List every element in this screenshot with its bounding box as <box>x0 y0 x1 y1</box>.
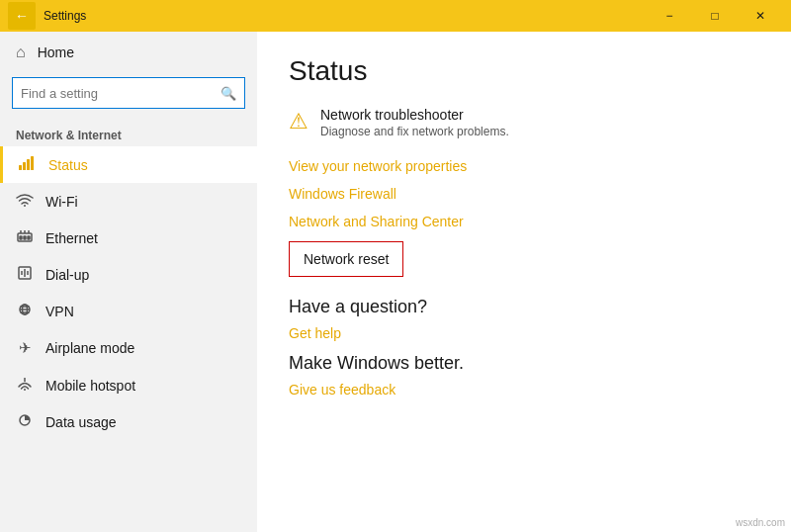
windows-firewall-link[interactable]: Windows Firewall <box>289 186 759 202</box>
network-reset-box[interactable]: Network reset <box>289 241 403 277</box>
sidebar-item-label: VPN <box>45 304 74 319</box>
search-icon[interactable]: 🔍 <box>220 86 236 101</box>
search-input[interactable] <box>21 86 220 101</box>
sidebar-item-label: Dial-up <box>45 267 89 283</box>
sharing-center-link[interactable]: Network and Sharing Center <box>289 214 759 229</box>
warning-icon: ⚠ <box>289 109 308 134</box>
content-area: Status ⚠ Network troubleshooter Diagnose… <box>257 32 791 532</box>
dialup-icon <box>16 266 34 283</box>
sidebar: ⌂ Home 🔍 Network & Internet Status <box>0 32 257 532</box>
make-windows-better-heading: Make Windows better. <box>289 353 759 374</box>
sidebar-item-label: Wi-Fi <box>45 194 78 210</box>
svg-rect-1 <box>23 162 26 170</box>
sidebar-item-label: Mobile hotspot <box>45 378 135 394</box>
get-help-link[interactable]: Get help <box>289 325 759 341</box>
status-icon <box>19 156 37 173</box>
window-controls: − □ ✕ <box>647 0 783 32</box>
troubleshooter-title: Network troubleshooter <box>320 107 509 123</box>
sidebar-item-hotspot[interactable]: Mobile hotspot <box>0 367 257 403</box>
watermark: wsxdn.com <box>736 517 785 528</box>
network-reset-label: Network reset <box>304 251 389 267</box>
app-body: ⌂ Home 🔍 Network & Internet Status <box>0 32 791 532</box>
svg-point-21 <box>24 389 26 391</box>
svg-rect-11 <box>28 236 30 239</box>
svg-rect-3 <box>31 156 34 170</box>
have-question-heading: Have a question? <box>289 297 759 317</box>
sidebar-item-label: Airplane mode <box>45 340 134 356</box>
hotspot-icon <box>16 377 34 394</box>
svg-rect-9 <box>20 236 22 239</box>
home-icon: ⌂ <box>16 44 26 61</box>
sidebar-item-label: Data usage <box>45 414 117 430</box>
troubleshooter-subtitle: Diagnose and fix network problems. <box>320 125 509 138</box>
search-box[interactable]: 🔍 <box>12 77 245 109</box>
svg-rect-10 <box>24 236 26 239</box>
minimize-button[interactable]: − <box>647 0 692 32</box>
restore-button[interactable]: □ <box>692 0 738 32</box>
datausage-icon <box>16 413 34 430</box>
page-title: Status <box>289 55 759 87</box>
svg-rect-0 <box>19 165 22 170</box>
sidebar-item-wifi[interactable]: Wi-Fi <box>0 183 257 220</box>
troubleshooter-text: Network troubleshooter Diagnose and fix … <box>320 107 509 138</box>
svg-point-4 <box>24 205 26 207</box>
sidebar-item-ethernet[interactable]: Ethernet <box>0 220 257 256</box>
give-feedback-link[interactable]: Give us feedback <box>289 382 759 398</box>
view-properties-link[interactable]: View your network properties <box>289 158 759 174</box>
home-label: Home <box>38 44 74 60</box>
sidebar-item-status[interactable]: Status <box>0 146 257 183</box>
sidebar-item-label: Status <box>48 157 88 173</box>
sidebar-item-home[interactable]: ⌂ Home <box>0 32 257 73</box>
network-troubleshooter: ⚠ Network troubleshooter Diagnose and fi… <box>289 107 759 138</box>
title-bar: ← Settings − □ ✕ <box>0 0 791 32</box>
sidebar-item-airplane[interactable]: ✈ Airplane mode <box>0 329 257 367</box>
airplane-icon: ✈ <box>16 339 34 357</box>
ethernet-icon <box>16 229 34 246</box>
close-button[interactable]: ✕ <box>738 0 783 32</box>
wifi-icon <box>16 193 34 210</box>
svg-rect-2 <box>27 159 30 170</box>
window-title: Settings <box>44 9 647 23</box>
vpn-icon <box>16 303 34 319</box>
sidebar-item-dialup[interactable]: Dial-up <box>0 256 257 293</box>
sidebar-item-vpn[interactable]: VPN <box>0 293 257 329</box>
back-button[interactable]: ← <box>8 2 36 30</box>
sidebar-item-label: Ethernet <box>45 230 98 246</box>
sidebar-section-title: Network & Internet <box>0 121 257 146</box>
sidebar-item-datausage[interactable]: Data usage <box>0 403 257 440</box>
